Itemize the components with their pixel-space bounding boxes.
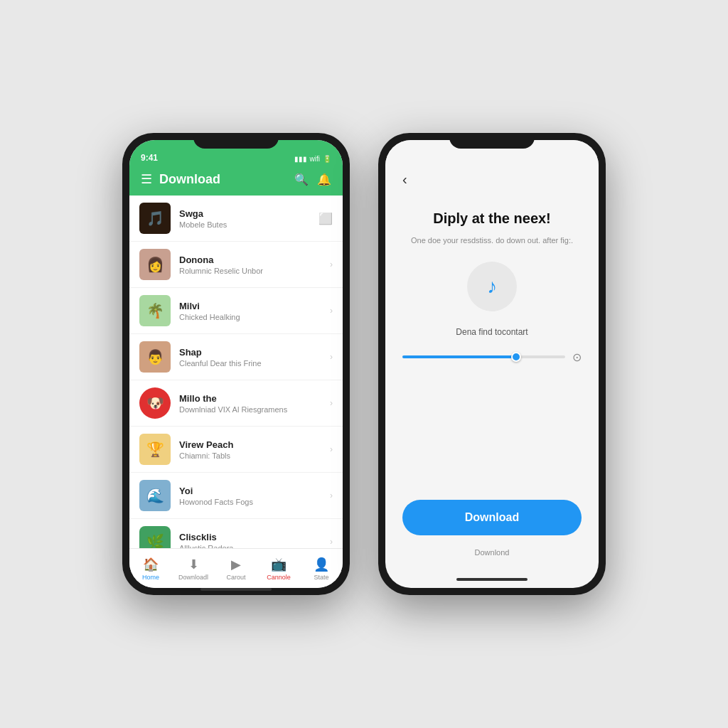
- home-indicator: [200, 588, 272, 591]
- chevron-icon: ›: [330, 398, 333, 408]
- item-info: Millo the Downlniad VIX Al Riesgramens: [179, 393, 321, 414]
- item-subtitle: Downlniad VIX Al Riesgramens: [179, 405, 321, 414]
- nav-icon-state: 👤: [314, 557, 329, 572]
- item-subtitle: Howonod Facts Fogs: [179, 498, 321, 506]
- item-thumbnail: 👨: [139, 341, 171, 373]
- status-time: 9:41: [141, 153, 158, 163]
- signal-icon: ▮▮▮: [294, 155, 307, 163]
- nav-icon-home: 🏠: [143, 557, 159, 572]
- list-item[interactable]: 🌊 Yoi Howonod Facts Fogs ›: [129, 473, 343, 519]
- nav-label-home: Home: [142, 574, 159, 581]
- slider-thumb[interactable]: [511, 352, 521, 362]
- item-title: Millo the: [179, 393, 321, 404]
- slider-check-icon: ⊙: [572, 350, 582, 364]
- nav-icon-cannole: 📺: [271, 557, 287, 572]
- bottom-nav: 🏠 Home ⬇ Downloadl ▶ Carout 📺 Cannole 👤 …: [129, 548, 343, 588]
- item-thumbnail: 👩: [139, 249, 171, 280]
- nav-item-carout[interactable]: ▶ Carout: [215, 549, 257, 588]
- chevron-icon: ›: [330, 444, 333, 454]
- item-thumbnail: 🏆: [139, 434, 171, 465]
- music-icon-circle: ♪: [467, 262, 517, 311]
- app-header: ☰ Download 🔍 🔔: [129, 166, 343, 196]
- item-title: Shap: [179, 347, 321, 358]
- nav-label-state: State: [314, 574, 328, 581]
- bell-icon[interactable]: 🔔: [317, 173, 331, 186]
- progress-slider[interactable]: ⊙: [402, 348, 582, 365]
- item-title: Cliscklis: [179, 532, 321, 542]
- item-subtitle: Chiamni: Tabls: [179, 451, 321, 460]
- item-info: Virew Peach Chiamni: Tabls: [179, 439, 321, 460]
- right-content: Diply at the neex! One doe your resdstis…: [385, 196, 599, 571]
- item-subtitle: Alllustic Radera: [179, 544, 321, 549]
- item-title: Virew Peach: [179, 439, 321, 450]
- item-thumbnail: 🌿: [139, 526, 171, 548]
- item-thumbnail: 🎵: [139, 203, 171, 234]
- download-button[interactable]: Download: [402, 500, 582, 535]
- item-info: Milvi Chicked Healking: [179, 301, 321, 321]
- item-info: Swga Mobele Butes: [179, 208, 310, 229]
- item-subtitle: Rolumnic Reselic Unbor: [179, 267, 321, 275]
- slider-fill: [402, 355, 516, 358]
- nav-label-cannole: Cannole: [267, 574, 291, 581]
- search-icon[interactable]: 🔍: [294, 173, 309, 186]
- list-item[interactable]: 🌴 Milvi Chicked Healking ›: [129, 288, 343, 334]
- item-thumbnail: 🌊: [139, 480, 171, 511]
- header-left: ☰ Download: [141, 171, 220, 187]
- item-subtitle: Chicked Healking: [179, 313, 321, 321]
- item-info: Yoi Howonod Facts Fogs: [179, 486, 321, 506]
- list-item[interactable]: 🐶 Millo the Downlniad VIX Al Riesgramens…: [129, 380, 343, 427]
- right-title: Diply at the neex!: [433, 210, 551, 227]
- nav-icon-download: ⬇: [188, 557, 199, 572]
- right-phone: ‹ Diply at the neex! One doe your resdst…: [378, 133, 606, 595]
- menu-icon[interactable]: ☰: [141, 171, 152, 187]
- right-home-indicator: [456, 578, 528, 581]
- list-item[interactable]: 🌿 Cliscklis Alllustic Radera ›: [129, 519, 343, 548]
- item-title: Swga: [179, 208, 310, 219]
- left-phone: 9:41 ▮▮▮ wifi 🔋 ☰ Download 🔍 🔔 🎵 Swga: [122, 133, 350, 595]
- item-subtitle: Mobele Butes: [179, 220, 310, 229]
- music-note-icon: ♪: [487, 275, 497, 298]
- status-icons: ▮▮▮ wifi 🔋: [294, 155, 331, 163]
- chevron-icon: ›: [330, 352, 333, 362]
- nav-item-state[interactable]: 👤 State: [300, 549, 343, 588]
- nav-item-home[interactable]: 🏠 Home: [129, 549, 172, 588]
- item-title: Yoi: [179, 486, 321, 496]
- nav-item-download[interactable]: ⬇ Downloadl: [172, 549, 215, 588]
- nav-label-carout: Carout: [226, 574, 245, 581]
- list-item[interactable]: 🏆 Virew Peach Chiamni: Tabls ›: [129, 427, 343, 473]
- nav-item-cannole[interactable]: 📺 Cannole: [257, 549, 300, 588]
- nav-label-download: Downloadl: [178, 574, 208, 581]
- item-subtitle: Cleanful Dear this Frine: [179, 359, 321, 368]
- item-title: Donona: [179, 255, 321, 265]
- phone-notch-right: [449, 133, 535, 149]
- nav-icon-carout: ▶: [231, 557, 241, 572]
- bookmark-icon: ⬜: [318, 212, 333, 225]
- download-list: 🎵 Swga Mobele Butes ⬜ 👩 Donona Rolumnic …: [129, 196, 343, 548]
- list-item[interactable]: 🎵 Swga Mobele Butes ⬜: [129, 196, 343, 242]
- chevron-icon: ›: [330, 491, 333, 500]
- back-button[interactable]: ‹: [397, 168, 413, 191]
- item-info: Cliscklis Alllustic Radera: [179, 532, 321, 549]
- phone-notch: [193, 133, 279, 149]
- header-title: Download: [159, 172, 220, 187]
- battery-icon: 🔋: [323, 155, 331, 163]
- item-thumbnail: 🌴: [139, 295, 171, 326]
- list-item[interactable]: 👨 Shap Cleanful Dear this Frine ›: [129, 334, 343, 380]
- track-label: Dena find tocontart: [456, 327, 528, 337]
- right-subtitle: One doe your resdstiss. do down out. aft…: [411, 235, 573, 246]
- download-sub-label: Downlond: [475, 548, 510, 557]
- wifi-icon: wifi: [310, 155, 320, 163]
- list-item[interactable]: 👩 Donona Rolumnic Reselic Unbor ›: [129, 242, 343, 288]
- chevron-icon: ›: [330, 537, 333, 547]
- item-info: Donona Rolumnic Reselic Unbor: [179, 255, 321, 275]
- item-title: Milvi: [179, 301, 321, 311]
- item-info: Shap Cleanful Dear this Frine: [179, 347, 321, 368]
- item-thumbnail: 🐶: [139, 387, 171, 419]
- chevron-icon: ›: [330, 306, 333, 316]
- slider-track: [402, 355, 565, 358]
- header-action-icons: 🔍 🔔: [294, 173, 331, 186]
- chevron-icon: ›: [330, 259, 333, 269]
